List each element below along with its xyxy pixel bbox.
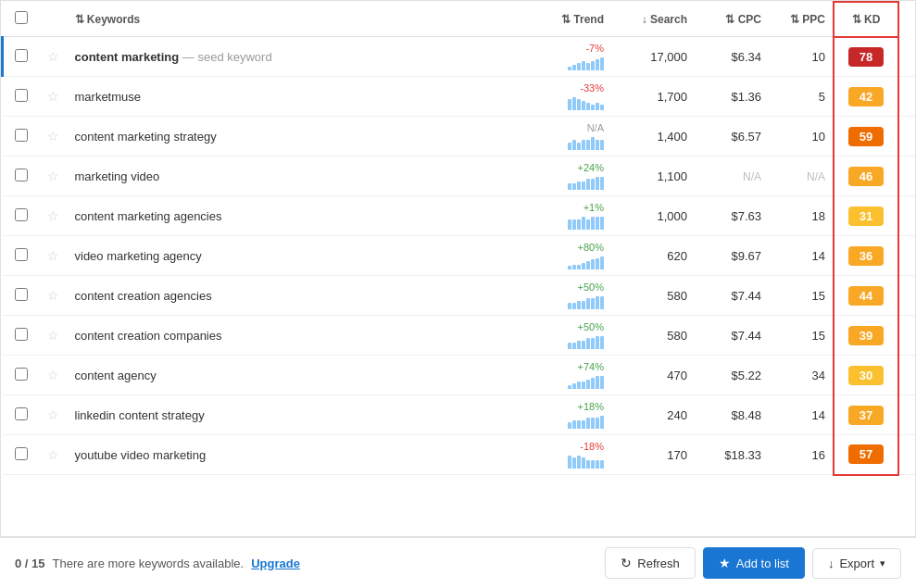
mini-bar [600, 140, 604, 150]
keyword-cell[interactable]: video marketing agency [68, 236, 501, 276]
star-cell[interactable]: ☆ [40, 276, 68, 316]
export-button[interactable]: ↓ Export ▾ [812, 548, 901, 579]
cpc-cell: $7.63 [695, 196, 769, 236]
keyword-cell[interactable]: content agency [68, 356, 501, 395]
kd-col-header[interactable]: ⇅ KD [834, 2, 898, 37]
keywords-table-container[interactable]: ⇅ Keywords ⇅ Trend ↓ Search ⇅ CPC ⇅ PP [0, 0, 916, 537]
star-cell[interactable]: ☆ [40, 117, 68, 156]
search-col-header[interactable]: ↓ Search [611, 2, 695, 37]
mini-bar [582, 181, 585, 190]
star-icon[interactable]: ☆ [47, 248, 59, 263]
add-to-list-button[interactable]: ★ Add to list [703, 547, 805, 579]
keyword-cell[interactable]: content marketing strategy [68, 117, 501, 156]
sort-icon: ⇅ [75, 13, 84, 26]
keyword-cell[interactable]: content marketing — seed keyword [68, 37, 501, 77]
trend-col-header[interactable]: ⇅ Trend [500, 2, 611, 37]
kd-header-label: KD [864, 13, 880, 26]
mini-bar [586, 219, 590, 230]
star-cell[interactable]: ☆ [40, 37, 68, 77]
table-row: ☆marketing video+24%1,100N/AN/A46 [3, 156, 916, 196]
trend-pct: -33% [580, 82, 604, 94]
star-cell[interactable]: ☆ [40, 196, 68, 236]
row-checkbox[interactable] [15, 288, 28, 301]
star-icon[interactable]: ☆ [47, 129, 59, 144]
kd-cell: 31 [834, 196, 898, 236]
star-icon[interactable]: ☆ [47, 89, 59, 104]
trend-cell: +1% [500, 196, 611, 236]
row-checkbox-cell [3, 276, 40, 316]
select-all-header[interactable] [3, 2, 40, 37]
star-cell[interactable]: ☆ [40, 77, 68, 117]
cpc-cell: $7.44 [695, 316, 769, 356]
trend-cell: +24% [500, 156, 611, 196]
row-checkbox[interactable] [15, 169, 28, 181]
mini-bar [572, 219, 576, 230]
star-cell[interactable]: ☆ [40, 356, 68, 395]
search-cell: 170 [611, 435, 695, 475]
mini-bars [568, 95, 604, 110]
mini-bar [568, 143, 571, 150]
star-icon[interactable]: ☆ [47, 328, 59, 343]
cpc-col-header[interactable]: ⇅ CPC [695, 2, 769, 37]
kd-badge: 37 [848, 406, 884, 425]
kd-cell: 59 [834, 117, 898, 156]
sort-icon-trend: ⇅ [561, 13, 571, 26]
keyword-text: content marketing strategy [75, 130, 217, 144]
table-row: ☆content creation companies+50%580$7.441… [3, 316, 916, 356]
star-icon[interactable]: ☆ [47, 288, 59, 303]
row-checkbox[interactable] [15, 248, 28, 261]
star-icon[interactable]: ☆ [47, 407, 59, 422]
keyword-cell[interactable]: content creation agencies [68, 276, 501, 316]
na-value: N/A [743, 170, 761, 183]
search-cell: 1,400 [611, 117, 695, 156]
row-checkbox[interactable] [15, 407, 28, 420]
kd-badge: 57 [848, 444, 884, 464]
star-icon[interactable]: ☆ [47, 368, 59, 382]
mini-bar [591, 378, 595, 389]
keyword-text: video marketing agency [75, 249, 202, 263]
star-icon[interactable]: ☆ [47, 49, 59, 64]
row-checkbox[interactable] [15, 328, 28, 341]
mini-bar [600, 256, 604, 269]
keyword-cell[interactable]: youtube video marketing [68, 435, 501, 475]
table-row: ☆content agency+74%470$5.223430 [3, 356, 916, 395]
ppc-col-header[interactable]: ⇅ PPC [769, 2, 834, 37]
keyword-cell[interactable]: marketmuse [68, 77, 501, 117]
search-cell: 1,700 [611, 77, 695, 117]
keyword-text: content agency [75, 369, 157, 382]
mini-bar [568, 422, 571, 429]
scroll-spacer [898, 2, 915, 37]
mini-bar [591, 298, 595, 309]
keyword-cell[interactable]: content creation companies [68, 316, 501, 356]
kd-cell: 78 [834, 37, 898, 77]
search-cell: 1,000 [611, 196, 695, 236]
star-cell[interactable]: ☆ [40, 395, 68, 435]
select-all-checkbox[interactable] [15, 11, 28, 24]
star-icon[interactable]: ☆ [47, 208, 59, 223]
row-checkbox[interactable] [15, 49, 28, 62]
keyword-cell[interactable]: linkedin content strategy [68, 395, 501, 435]
mini-bar [591, 338, 595, 349]
keyword-cell[interactable]: marketing video [68, 156, 501, 196]
star-cell[interactable]: ☆ [40, 236, 68, 276]
star-cell[interactable]: ☆ [40, 156, 68, 196]
refresh-button[interactable]: ↻ Refresh [605, 547, 696, 579]
star-icon[interactable]: ☆ [47, 447, 59, 462]
row-checkbox[interactable] [15, 447, 28, 460]
row-checkbox[interactable] [15, 368, 28, 381]
star-cell[interactable]: ☆ [40, 316, 68, 356]
row-checkbox[interactable] [15, 129, 28, 142]
keywords-col-header[interactable]: ⇅ Keywords [68, 2, 501, 37]
mini-bar [591, 137, 595, 150]
keyword-text: marketing video [75, 169, 160, 183]
keyword-cell[interactable]: content marketing agencies [68, 196, 501, 236]
star-icon[interactable]: ☆ [47, 169, 59, 183]
row-checkbox[interactable] [15, 208, 28, 221]
mini-bar [586, 298, 590, 309]
upgrade-link[interactable]: Upgrade [251, 557, 300, 570]
star-cell[interactable]: ☆ [40, 435, 68, 475]
chevron-down-icon: ▾ [880, 557, 885, 569]
row-checkbox[interactable] [15, 89, 28, 102]
mini-bar [577, 99, 581, 110]
mini-bar [600, 376, 604, 389]
